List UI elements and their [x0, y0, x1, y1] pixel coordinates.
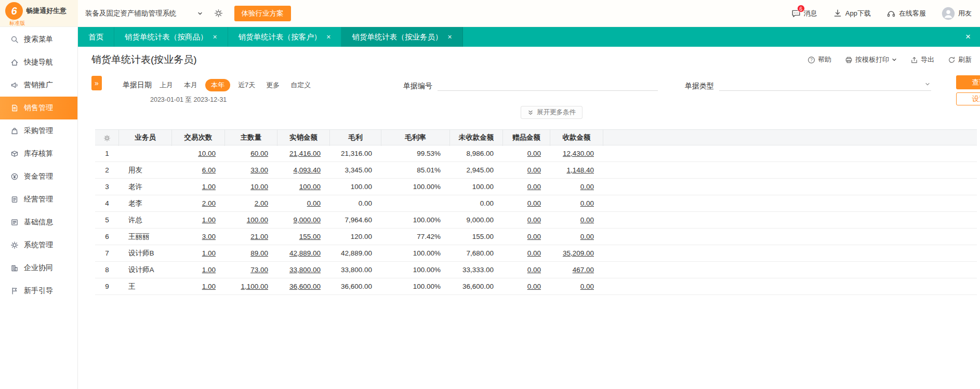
close-all-tabs-icon[interactable]: × [965, 32, 980, 42]
brand-logo: 6 [5, 2, 23, 20]
column-header-unpaid-amount[interactable]: 未收款金额 [450, 130, 503, 146]
sidebar-item-guide[interactable]: 新手引导 [0, 279, 77, 302]
tab-close-icon[interactable]: × [447, 33, 452, 41]
cell-received-amount-link[interactable]: 0.00 [550, 212, 603, 229]
messages-button[interactable]: 6 消息 [791, 9, 817, 18]
cell-gift-amount-link[interactable]: 0.00 [503, 278, 550, 295]
online-service-button[interactable]: 在线客服 [886, 9, 926, 18]
tab-stats-by-customer[interactable]: 销货单统计表（按客户） × [228, 27, 342, 47]
date-option-more[interactable]: 更多 [263, 79, 283, 91]
tab-close-icon[interactable]: × [326, 33, 330, 41]
column-header-main-qty[interactable]: 主数量 [225, 130, 277, 146]
tab-home[interactable]: 首页 [78, 27, 114, 47]
cell-gift-amount-link[interactable]: 0.00 [503, 212, 550, 229]
date-option-last-month[interactable]: 上月 [156, 79, 176, 91]
column-header-trade-count[interactable]: 交易次数 [172, 130, 225, 146]
tab-stats-by-salesperson[interactable]: 销货单统计表（按业务员） × [341, 27, 462, 47]
cell-sales-amount-link[interactable]: 42,889.00 [277, 245, 330, 262]
cell-received-amount-link[interactable]: 35,209.00 [550, 245, 603, 262]
date-option-this-year[interactable]: 本年 [205, 79, 230, 91]
cell-trade-count-link[interactable]: 1.00 [172, 179, 225, 195]
app-download-button[interactable]: App下载 [833, 9, 871, 18]
cell-received-amount-link[interactable]: 467.00 [550, 262, 603, 278]
settings-button[interactable]: 设置 [956, 92, 980, 105]
cell-main-qty-link[interactable]: 33.00 [225, 162, 277, 179]
user-menu[interactable]: 用友 [942, 7, 972, 20]
tab-close-icon[interactable]: × [213, 33, 217, 41]
cell-main-qty-link[interactable]: 21.00 [225, 229, 277, 245]
cell-trade-count-link[interactable]: 1.00 [172, 245, 225, 262]
cell-trade-count-link[interactable]: 1.00 [172, 278, 225, 295]
system-select[interactable]: 装备及固定资产辅助管理系统 [85, 9, 203, 18]
sidebar-item-system[interactable]: 系统管理 [0, 234, 77, 257]
settings-gear-icon[interactable] [214, 9, 223, 18]
cell-main-qty-link[interactable]: 73.00 [225, 262, 277, 278]
sidebar-item-basic-info[interactable]: 基础信息 [0, 211, 77, 234]
sidebar-item-collaboration[interactable]: 企业协同 [0, 257, 77, 279]
cell-received-amount-link[interactable]: 0.00 [550, 195, 603, 212]
cell-gift-amount-link[interactable]: 0.00 [503, 195, 550, 212]
cell-main-qty-link[interactable]: 10.00 [225, 179, 277, 195]
export-button[interactable]: 导出 [910, 55, 934, 64]
date-option-custom[interactable]: 自定义 [287, 79, 314, 91]
cell-main-qty-link[interactable]: 2.00 [225, 195, 277, 212]
cell-sales-amount-link[interactable]: 33,800.00 [277, 262, 330, 278]
help-button[interactable]: ? 帮助 [807, 55, 831, 64]
cell-trade-count-link[interactable]: 1.00 [172, 212, 225, 229]
refresh-button[interactable]: 刷新 [948, 55, 972, 64]
tab-stats-by-product[interactable]: 销货单统计表（按商品） × [114, 27, 228, 47]
cell-sales-amount-link[interactable]: 9,000.00 [277, 212, 330, 229]
cell-sales-amount-link[interactable]: 4,093.40 [277, 162, 330, 179]
doc-type-select[interactable] [719, 79, 931, 91]
cell-trade-count-link[interactable]: 10.00 [172, 145, 225, 162]
doc-no-input[interactable] [438, 79, 658, 91]
cell-received-amount-link[interactable]: 1,148.40 [550, 162, 603, 179]
column-header-received-amount[interactable]: 收款金额 [550, 130, 603, 146]
cell-sales-amount-link[interactable]: 100.00 [277, 179, 330, 195]
date-option-this-month[interactable]: 本月 [181, 79, 201, 91]
expand-more-button[interactable]: 展开更多条件 [521, 106, 582, 119]
date-option-last-7-days[interactable]: 近7天 [235, 79, 258, 91]
cell-gift-amount-link[interactable]: 0.00 [503, 245, 550, 262]
print-by-template-button[interactable]: 按模板打印 [845, 55, 897, 64]
cell-received-amount-link[interactable]: 12,430.00 [550, 145, 603, 162]
cell-gift-amount-link[interactable]: 0.00 [503, 145, 550, 162]
sidebar-item-funds[interactable]: 资金管理 [0, 165, 77, 188]
sidebar-item-quick-nav[interactable]: 快捷导航 [0, 51, 77, 74]
sidebar-item-search-menu[interactable]: 搜索菜单 [0, 28, 77, 51]
column-settings-gear-icon[interactable] [95, 130, 119, 146]
cell-sales-amount-link[interactable]: 21,416.00 [277, 145, 330, 162]
cell-trade-count-link[interactable]: 3.00 [172, 229, 225, 245]
sidebar-item-label: 企业协同 [24, 263, 53, 273]
collapse-filter-button[interactable]: » [91, 76, 102, 90]
cell-sales-amount-link[interactable]: 36,600.00 [277, 278, 330, 295]
cell-gift-amount-link[interactable]: 0.00 [503, 162, 550, 179]
cell-main-qty-link[interactable]: 60.00 [225, 145, 277, 162]
cell-received-amount-link[interactable]: 0.00 [550, 229, 603, 245]
column-header-salesperson[interactable]: 业务员 [119, 130, 172, 146]
cell-trade-count-link[interactable]: 2.00 [172, 195, 225, 212]
cell-received-amount-link[interactable]: 0.00 [550, 179, 603, 195]
column-header-sales-amount[interactable]: 实销金额 [277, 130, 330, 146]
cell-main-qty-link[interactable]: 89.00 [225, 245, 277, 262]
cell-trade-count-link[interactable]: 1.00 [172, 262, 225, 278]
cell-received-amount-link[interactable]: 0.00 [550, 278, 603, 295]
cell-trade-count-link[interactable]: 6.00 [172, 162, 225, 179]
column-header-gift-amount[interactable]: 赠品金额 [503, 130, 550, 146]
search-button[interactable]: 查询 [956, 75, 980, 89]
cell-main-qty-link[interactable]: 1,100.00 [225, 278, 277, 295]
cell-sales-amount-link[interactable]: 155.00 [277, 229, 330, 245]
cell-gift-amount-link[interactable]: 0.00 [503, 262, 550, 278]
column-header-gross-margin[interactable]: 毛利率 [381, 130, 450, 146]
sidebar-item-marketing[interactable]: 营销推广 [0, 74, 77, 97]
cell-main-qty-link[interactable]: 100.00 [225, 212, 277, 229]
sidebar-item-sales[interactable]: 销售管理 [0, 97, 77, 119]
cell-sales-amount-link[interactable]: 0.00 [277, 195, 330, 212]
industry-plan-button[interactable]: 体验行业方案 [234, 6, 291, 21]
column-header-gross-profit[interactable]: 毛利 [330, 130, 381, 146]
cell-gift-amount-link[interactable]: 0.00 [503, 179, 550, 195]
sidebar-item-operations[interactable]: 经营管理 [0, 188, 77, 211]
sidebar-item-inventory[interactable]: 库存核算 [0, 142, 77, 165]
sidebar-item-purchase[interactable]: 采购管理 [0, 119, 77, 142]
cell-gift-amount-link[interactable]: 0.00 [503, 229, 550, 245]
